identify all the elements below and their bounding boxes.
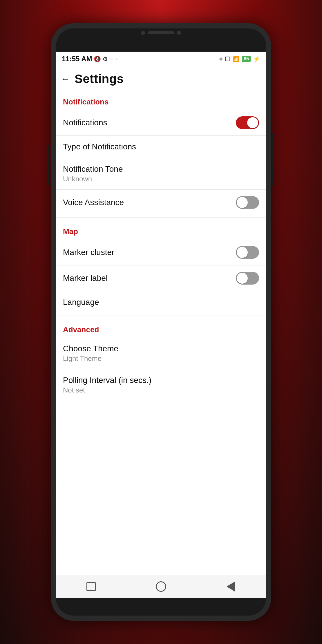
notch-elements xyxy=(141,31,181,35)
status-time: 11:55 AM xyxy=(62,55,92,63)
voice-assistance-toggle[interactable] xyxy=(236,196,259,209)
marker-label-toggle-knob xyxy=(237,273,248,284)
setting-language-label: Language xyxy=(63,298,259,307)
setting-choose-theme-sublabel: Light Theme xyxy=(63,354,259,363)
nav-square-icon xyxy=(86,582,96,591)
setting-language[interactable]: Language xyxy=(56,291,266,313)
camera-icon xyxy=(141,31,145,35)
setting-polling-interval-label: Polling Interval (in secs.) xyxy=(63,376,259,385)
app-header: ← Settings xyxy=(56,66,266,91)
wifi-icon: 📶 xyxy=(232,55,240,62)
nav-triangle-icon xyxy=(227,581,235,592)
phone-screen: 11:55 AM 🔇 ⚙ ≡ ≡ ⌗ ☐ 📶 85 ⚡ ← Settings xyxy=(56,52,266,598)
notifications-toggle[interactable] xyxy=(236,116,259,129)
charging-icon: ⚡ xyxy=(253,55,260,62)
mute-icon: 🔇 xyxy=(94,55,101,62)
phone-frame: 11:55 AM 🔇 ⚙ ≡ ≡ ⌗ ☐ 📶 85 ⚡ ← Settings xyxy=(51,23,271,621)
phone-bottom xyxy=(56,598,266,616)
setting-voice-assistance-text: Voice Assistance xyxy=(63,198,236,207)
settings-content: Notifications Notifications Type of Noti… xyxy=(56,91,266,575)
marker-cluster-toggle[interactable] xyxy=(236,246,259,259)
sensor-icon xyxy=(177,31,181,35)
setting-polling-interval-sublabel: Not set xyxy=(63,386,259,394)
setting-marker-label[interactable]: Marker label xyxy=(56,265,266,291)
setting-notifications-label: Notifications xyxy=(63,118,236,127)
setting-type-notifications[interactable]: Type of Notifications xyxy=(56,136,266,158)
setting-polling-interval[interactable]: Polling Interval (in secs.) Not set xyxy=(56,369,266,401)
setting-voice-assistance[interactable]: Voice Assistance xyxy=(56,190,266,215)
setting-choose-theme-label: Choose Theme xyxy=(63,344,259,353)
back-button[interactable]: ← xyxy=(61,74,70,84)
setting-marker-label-label: Marker label xyxy=(63,274,236,283)
setting-marker-cluster[interactable]: Marker cluster xyxy=(56,240,266,265)
nav-back-button[interactable] xyxy=(224,579,238,594)
setting-notifications-text: Notifications xyxy=(63,118,236,127)
nav-home-button[interactable] xyxy=(154,579,168,594)
voice-assistance-toggle-knob xyxy=(237,197,248,208)
setting-choose-theme-text: Choose Theme Light Theme xyxy=(63,344,259,363)
nav-recent-button[interactable] xyxy=(84,579,98,594)
bluetooth-icon: ⌗ xyxy=(219,56,222,62)
setting-type-notifications-label: Type of Notifications xyxy=(63,142,259,151)
status-bar: 11:55 AM 🔇 ⚙ ≡ ≡ ⌗ ☐ 📶 85 ⚡ xyxy=(56,52,266,66)
notch-area xyxy=(56,28,266,52)
section-map: Map Marker cluster Marker label xyxy=(56,220,266,313)
section-header-map: Map xyxy=(56,220,266,240)
setting-language-text: Language xyxy=(63,298,259,307)
setting-polling-interval-text: Polling Interval (in secs.) Not set xyxy=(63,376,259,394)
marker-label-toggle[interactable] xyxy=(236,272,259,285)
speaker-bar xyxy=(148,31,174,34)
setting-notification-tone-text: Notification Tone Unknown xyxy=(63,164,259,183)
status-left: 11:55 AM 🔇 ⚙ ≡ ≡ xyxy=(62,55,118,63)
setting-notifications[interactable]: Notifications xyxy=(56,110,266,135)
nav-bar xyxy=(56,575,266,598)
setting-choose-theme[interactable]: Choose Theme Light Theme xyxy=(56,338,266,369)
layers2-icon: ≡ xyxy=(115,56,118,62)
section-divider-1 xyxy=(56,218,266,218)
setting-marker-cluster-label: Marker cluster xyxy=(63,248,236,257)
status-right: ⌗ ☐ 📶 85 ⚡ xyxy=(219,55,260,62)
section-notifications: Notifications Notifications Type of Noti… xyxy=(56,91,266,215)
battery-level: 85 xyxy=(242,56,251,62)
section-header-advanced: Advanced xyxy=(56,318,266,338)
setting-marker-label-text: Marker label xyxy=(63,274,236,283)
layers-icon: ≡ xyxy=(110,56,113,62)
section-advanced: Advanced Choose Theme Light Theme Pollin… xyxy=(56,318,266,401)
page-title: Settings xyxy=(75,72,124,86)
setting-type-notifications-text: Type of Notifications xyxy=(63,142,259,151)
setting-marker-cluster-text: Marker cluster xyxy=(63,248,236,257)
settings-icon: ⚙ xyxy=(103,55,108,62)
section-header-notifications: Notifications xyxy=(56,91,266,110)
setting-notification-tone-sublabel: Unknown xyxy=(63,175,259,183)
marker-cluster-toggle-knob xyxy=(237,247,248,258)
setting-voice-assistance-label: Voice Assistance xyxy=(63,198,236,207)
section-divider-2 xyxy=(56,316,266,316)
nav-circle-icon xyxy=(156,581,166,592)
setting-notification-tone[interactable]: Notification Tone Unknown xyxy=(56,158,266,189)
setting-notification-tone-label: Notification Tone xyxy=(63,164,259,174)
notifications-toggle-knob xyxy=(247,117,258,128)
screenshot-icon: ☐ xyxy=(225,55,230,62)
